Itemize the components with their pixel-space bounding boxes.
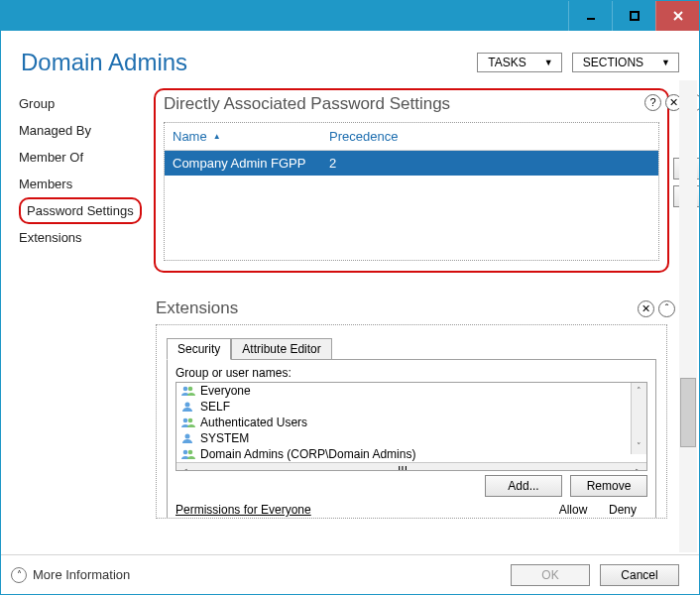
tab-panel-security: Group or user names: Everyone SELF Authe…	[167, 359, 656, 519]
group-user-listbox[interactable]: Everyone SELF Authenticated Users SYSTEM…	[175, 382, 647, 471]
tasks-dropdown[interactable]: TASKS ▼	[477, 53, 561, 72]
list-item[interactable]: SYSTEM	[176, 430, 646, 446]
table-row[interactable]: Company Admin FGPP 2	[165, 151, 658, 176]
list-item[interactable]: SELF	[176, 399, 646, 415]
svg-point-7	[183, 418, 188, 423]
more-information-label: More Information	[33, 567, 130, 582]
column-header-name-label: Name	[173, 129, 207, 144]
section-password-settings: Directly Associated Password Settings ? …	[154, 88, 669, 273]
svg-point-5	[188, 387, 193, 392]
scroll-right-icon[interactable]: ►	[631, 466, 646, 472]
scroll-down-icon[interactable]: ˅	[632, 438, 646, 454]
nav-item-extensions[interactable]: Extensions	[19, 224, 150, 251]
section-extensions: Extensions ✕ ˆ Security Attribute Editor…	[154, 298, 669, 519]
svg-point-9	[185, 434, 190, 439]
sections-label: SECTIONS	[583, 56, 643, 69]
column-header-name[interactable]: Name ▲	[173, 129, 329, 144]
more-information-toggle[interactable]: ˄ More Information	[11, 567, 130, 583]
nav-item-password-settings[interactable]: Password Settings	[19, 197, 142, 224]
add-button[interactable]: Add...	[485, 475, 562, 497]
cell-name: Company Admin FGPP	[173, 156, 329, 171]
sections-dropdown[interactable]: SECTIONS ▼	[572, 53, 679, 72]
list-item-label: Domain Admins (CORP\Domain Admins)	[200, 447, 415, 461]
svg-point-8	[188, 418, 193, 423]
scroll-thumb[interactable]	[680, 378, 696, 447]
group-names-label: Group or user names:	[175, 366, 647, 380]
list-item-label: Everyone	[200, 384, 251, 398]
chevron-down-icon: ▼	[544, 58, 553, 67]
left-nav: Group Managed By Member Of Members Passw…	[1, 88, 150, 519]
list-item[interactable]: Everyone	[176, 383, 646, 399]
list-item[interactable]: Domain Admins (CORP\Domain Admins)	[176, 446, 646, 462]
column-header-precedence[interactable]: Precedence	[329, 129, 650, 144]
collapse-section-icon[interactable]: ˆ	[658, 300, 675, 317]
permissions-label: Permissions for Everyone	[175, 503, 548, 517]
list-item-label: SYSTEM	[200, 431, 249, 445]
svg-point-6	[185, 403, 190, 408]
main-vertical-scrollbar[interactable]	[679, 80, 697, 552]
svg-point-10	[183, 450, 188, 455]
nav-item-members[interactable]: Members	[19, 171, 150, 197]
horizontal-scrollbar[interactable]: ◄ III ►	[176, 462, 646, 471]
permissions-allow-header: Allow	[548, 503, 598, 517]
svg-point-4	[183, 387, 188, 392]
tabs: Security Attribute Editor	[167, 337, 656, 359]
tasks-label: TASKS	[488, 56, 525, 69]
cancel-button[interactable]: Cancel	[600, 564, 679, 586]
help-icon[interactable]: ?	[644, 94, 661, 111]
scroll-up-icon[interactable]: ˄	[632, 383, 646, 399]
tab-security[interactable]: Security	[167, 338, 231, 360]
chevron-down-icon: ▼	[661, 58, 670, 67]
nav-item-managed-by[interactable]: Managed By	[19, 117, 150, 144]
vertical-scrollbar[interactable]: ˄ ˅	[631, 383, 646, 454]
page-title: Domain Admins	[21, 49, 187, 76]
header: Domain Admins TASKS ▼ SECTIONS ▼	[1, 31, 699, 88]
user-icon	[180, 401, 196, 413]
close-button[interactable]	[655, 1, 699, 31]
user-icon	[180, 432, 196, 444]
sort-asc-icon: ▲	[213, 132, 221, 141]
window-titlebar	[1, 1, 699, 31]
chevron-up-icon: ˄	[11, 567, 27, 583]
close-section-icon[interactable]: ✕	[638, 300, 654, 317]
scroll-left-icon[interactable]: ◄	[176, 466, 192, 472]
scroll-thumb[interactable]: III	[398, 464, 425, 472]
tab-attribute-editor[interactable]: Attribute Editor	[231, 338, 331, 360]
section-title-extensions: Extensions	[156, 298, 667, 318]
users-icon	[180, 416, 196, 428]
password-settings-table: Name ▲ Precedence Company Admin FGPP 2	[164, 122, 659, 261]
users-icon	[180, 385, 196, 397]
users-icon	[180, 448, 196, 460]
list-item[interactable]: Authenticated Users	[176, 415, 646, 430]
section-title-password-settings: Directly Associated Password Settings	[164, 94, 659, 114]
minimize-button[interactable]	[568, 1, 612, 31]
list-item-label: SELF	[200, 400, 230, 414]
svg-rect-1	[631, 12, 639, 20]
svg-point-11	[188, 450, 193, 455]
list-item-label: Authenticated Users	[200, 416, 307, 429]
nav-item-member-of[interactable]: Member Of	[19, 144, 150, 171]
cell-precedence: 2	[329, 156, 650, 171]
footer: ˄ More Information OK Cancel	[1, 554, 699, 594]
nav-item-group[interactable]: Group	[19, 90, 150, 117]
ok-button[interactable]: OK	[511, 564, 590, 586]
maximize-button[interactable]	[612, 1, 655, 31]
remove-button[interactable]: Remove	[570, 475, 647, 497]
permissions-deny-header: Deny	[598, 503, 647, 517]
